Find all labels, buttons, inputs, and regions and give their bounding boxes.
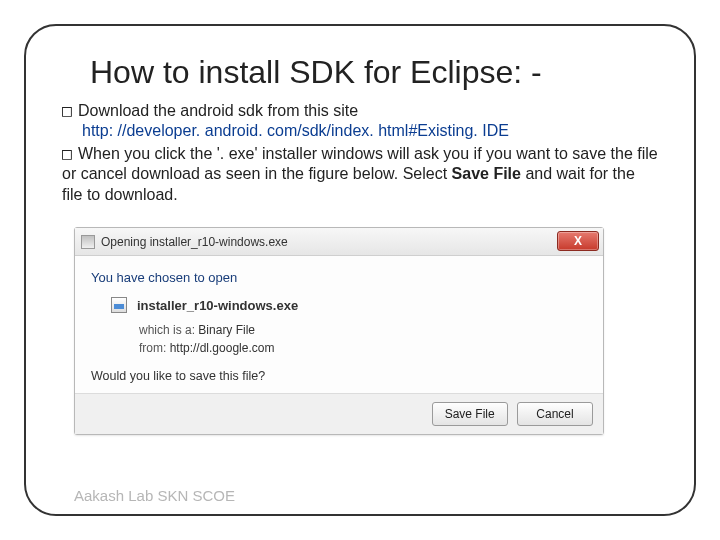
save-file-button[interactable]: Save File (432, 402, 508, 426)
footer-watermark: Aakash Lab SKN SCOE (74, 487, 235, 504)
cancel-button[interactable]: Cancel (517, 402, 593, 426)
chosen-text: You have chosen to open (91, 270, 587, 285)
ask-text: Would you like to save this file? (91, 369, 587, 383)
slide-frame: How to install SDK for Eclipse: - □ Down… (24, 24, 696, 516)
file-row: installer_r10-windows.exe (111, 297, 587, 313)
bullet-2: □ When you click the '. exe' installer w… (62, 144, 658, 205)
checkbox-glyph: □ (62, 144, 78, 164)
which-label: which is a: (139, 323, 198, 337)
window-icon (81, 235, 95, 249)
bullet-2-bold: Save File (452, 165, 521, 182)
dialog-title: Opening installer_r10-windows.exe (101, 235, 288, 249)
download-dialog: Opening installer_r10-windows.exe X You … (74, 227, 604, 435)
from-label: from: (139, 341, 170, 355)
which-row: which is a: Binary File (139, 323, 587, 337)
dialog-titlebar: Opening installer_r10-windows.exe X (75, 228, 603, 256)
page-title: How to install SDK for Eclipse: - (90, 54, 658, 91)
checkbox-glyph: □ (62, 101, 78, 121)
dialog-body: You have chosen to open installer_r10-wi… (75, 256, 603, 393)
close-button[interactable]: X (557, 231, 599, 251)
which-value: Binary File (198, 323, 255, 337)
file-icon (111, 297, 127, 313)
file-name: installer_r10-windows.exe (137, 298, 298, 313)
bullet-1: □ Download the android sdk from this sit… (62, 101, 658, 142)
bullet-list: □ Download the android sdk from this sit… (62, 101, 658, 205)
bullet-1-text: Download the android sdk from this site (78, 102, 358, 119)
dialog-button-bar: Save File Cancel (75, 393, 603, 434)
from-value: http://dl.google.com (170, 341, 275, 355)
from-row: from: http://dl.google.com (139, 341, 587, 355)
sdk-link[interactable]: http: //developer. android. com/sdk/inde… (82, 121, 658, 141)
